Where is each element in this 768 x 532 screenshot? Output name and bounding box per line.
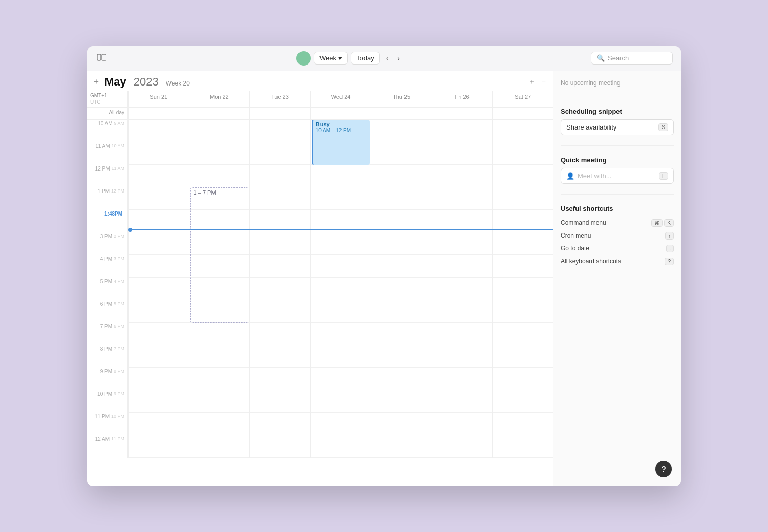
time-label-utc: 12 PM — [111, 188, 124, 194]
hour-line-12 — [432, 390, 493, 413]
hour-line-11 — [371, 368, 432, 390]
event-draft[interactable]: 1 – 7 PM — [190, 187, 249, 323]
hour-line-7 — [432, 278, 493, 300]
hour-line-4 — [311, 210, 371, 232]
prev-button[interactable]: ‹ — [383, 52, 392, 65]
hour-line-5 — [250, 232, 310, 255]
next-button[interactable]: › — [394, 52, 403, 65]
shortcut-label: Cron menu — [561, 232, 591, 239]
allday-row: All-day — [87, 108, 553, 120]
hour-line-12 — [129, 390, 189, 413]
hour-line-7 — [371, 278, 432, 300]
upcoming-meeting-section: No upcoming meeting — [561, 79, 674, 87]
day-name-fri: Fri 26 — [434, 94, 490, 100]
today-button[interactable]: Today — [351, 52, 380, 65]
avatar — [296, 51, 311, 66]
hour-line-13 — [432, 413, 493, 435]
hour-line-0 — [432, 120, 493, 142]
allday-cell-tue[interactable] — [249, 108, 310, 119]
shortcut-keys: . — [666, 245, 674, 252]
hour-line-7 — [129, 278, 189, 300]
divider-2 — [561, 145, 674, 146]
search-box[interactable]: 🔍 Search — [591, 52, 673, 65]
utc-label: UTC — [90, 99, 124, 105]
day-header-sun: Sun 21 — [128, 91, 189, 107]
shortcut-row-2: Go to date. — [561, 242, 674, 255]
calendar-main: ＋ May 2023 Week 20 ＋ − GMT+1 UTC — [87, 71, 553, 486]
year-title: 2023 — [134, 75, 159, 89]
hour-line-0 — [493, 120, 553, 142]
svg-rect-1 — [102, 54, 106, 60]
hour-line-14 — [250, 435, 310, 458]
event-busy[interactable]: Busy10 AM – 12 PM — [312, 120, 370, 165]
hour-line-8 — [250, 300, 310, 323]
add-event-button[interactable]: ＋ — [92, 76, 100, 87]
week-badge: Week 20 — [166, 80, 190, 87]
days-grid[interactable]: 1 – 7 PMBusy10 AM – 12 PM — [128, 120, 553, 458]
hour-line-0 — [371, 120, 432, 142]
time-label-utc: 8 PM — [114, 369, 124, 374]
time-label-gmt: 6 PM — [100, 301, 112, 307]
hour-line-8 — [371, 300, 432, 323]
day-header-mon: Mon 22 — [189, 91, 250, 107]
share-availability-button[interactable]: Share availability S — [561, 119, 674, 135]
hour-line-4 — [129, 210, 189, 232]
allday-cell-wed[interactable] — [310, 108, 371, 119]
allday-cell-mon[interactable] — [189, 108, 250, 119]
time-label-utc: 9 PM — [114, 391, 124, 396]
hour-line-12 — [250, 390, 310, 413]
time-label-gmt: 9 PM — [100, 369, 112, 374]
calendar-header: ＋ May 2023 Week 20 ＋ − — [87, 71, 553, 91]
hour-line-6 — [250, 255, 310, 278]
hour-line-3 — [129, 187, 189, 210]
hour-line-14 — [371, 435, 432, 458]
day-col-0[interactable] — [128, 120, 189, 458]
hour-line-14 — [432, 435, 493, 458]
time-label-utc: 9 AM — [114, 121, 124, 126]
hour-line-9 — [493, 323, 553, 345]
sidebar-toggle-button[interactable] — [95, 52, 109, 65]
hour-line-2 — [311, 165, 371, 187]
time-label-utc: 3 PM — [114, 256, 124, 261]
event-title: Busy — [316, 121, 368, 127]
hour-line-2 — [371, 165, 432, 187]
hour-line-0 — [189, 120, 250, 142]
day-col-4[interactable] — [371, 120, 432, 458]
hour-line-9 — [250, 323, 310, 345]
hour-line-14 — [493, 435, 553, 458]
day-col-3[interactable]: Busy10 AM – 12 PM — [310, 120, 371, 458]
hour-line-1 — [371, 142, 432, 165]
help-fab-button[interactable]: ? — [655, 461, 672, 477]
time-row-1: 11 AM10 AM — [87, 142, 127, 165]
toolbar-center: Week ▾ Today ‹ › — [114, 51, 586, 66]
hour-line-10 — [250, 345, 310, 368]
time-row-7: 5 PM4 PM — [87, 278, 127, 300]
day-col-1[interactable]: 1 – 7 PM — [189, 120, 250, 458]
toolbar-right: 🔍 Search — [591, 52, 673, 65]
time-row-11: 9 PM8 PM — [87, 368, 127, 390]
allday-cell-fri[interactable] — [432, 108, 493, 119]
allday-cell-thu[interactable] — [371, 108, 432, 119]
time-row-9: 7 PM6 PM — [87, 323, 127, 345]
add-timezone-button[interactable]: ＋ — [526, 76, 538, 88]
quick-meeting-section: Quick meeting 👤 Meet with... F — [561, 156, 674, 184]
week-selector-button[interactable]: Week ▾ — [314, 52, 348, 65]
time-label-utc: 2 PM — [114, 233, 124, 239]
day-col-6[interactable] — [492, 120, 553, 458]
time-row-13: 11 PM10 PM — [87, 413, 127, 435]
time-label-gmt: 7 PM — [100, 324, 112, 329]
useful-shortcuts-section: Useful shortcuts Command menu⌘KCron menu… — [561, 205, 674, 268]
allday-cell-sun[interactable] — [128, 108, 189, 119]
hour-line-5 — [493, 232, 553, 255]
allday-cell-sat[interactable] — [492, 108, 553, 119]
hour-line-8 — [493, 300, 553, 323]
quick-meeting-input[interactable]: 👤 Meet with... F — [561, 168, 674, 184]
day-name-wed: Wed 24 — [313, 94, 369, 100]
day-headers: GMT+1 UTC Sun 21 Mon 22 Tue 23 Wed 24 — [87, 91, 553, 108]
day-col-5[interactable] — [432, 120, 493, 458]
day-col-2[interactable] — [249, 120, 310, 458]
remove-timezone-button[interactable]: − — [540, 77, 548, 87]
time-label-gmt: 12 AM — [95, 436, 110, 442]
time-label-utc: 11 AM — [111, 166, 124, 171]
hour-line-10 — [432, 345, 493, 368]
